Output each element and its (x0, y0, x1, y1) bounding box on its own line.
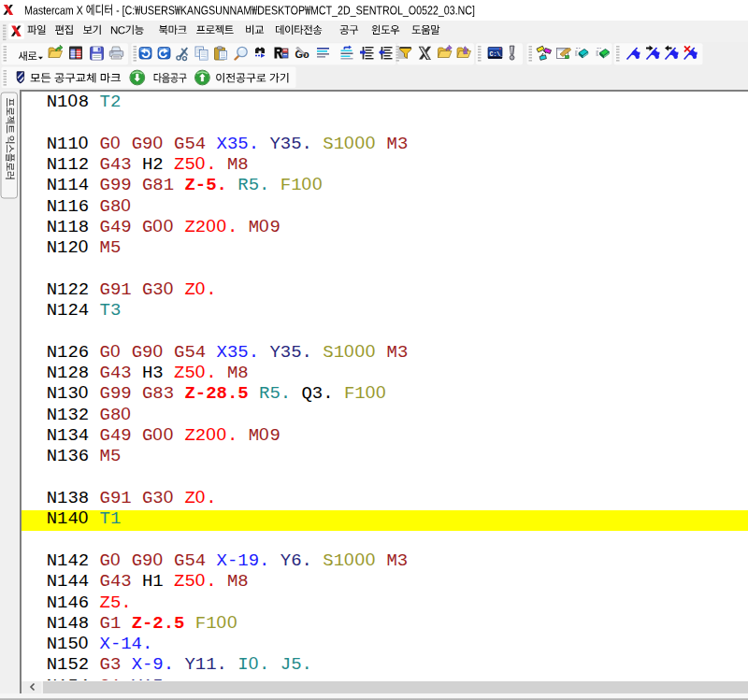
svg-text:C:\_: C:\_ (490, 51, 505, 58)
